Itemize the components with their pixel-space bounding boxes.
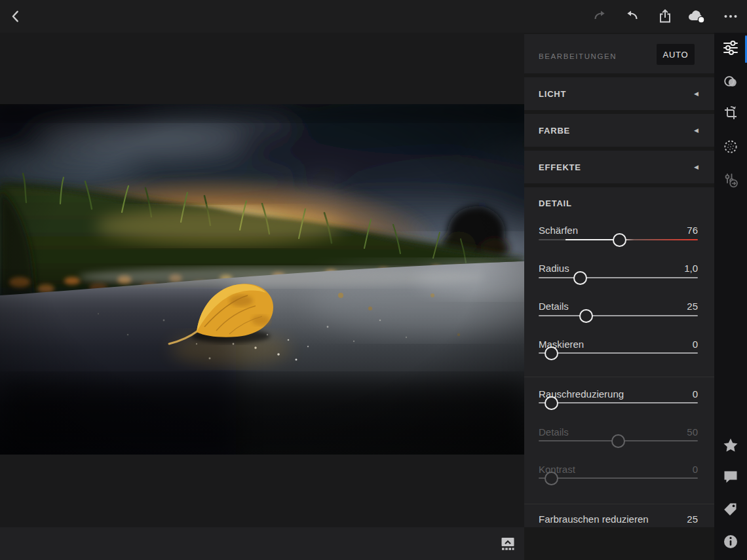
undo-icon (624, 9, 640, 24)
auto-button[interactable]: AUTO (657, 44, 695, 65)
slider-knob[interactable] (613, 233, 626, 247)
chevron-collapsed-icon: ◀ (694, 90, 699, 97)
group-divider (524, 504, 714, 504)
dashed-circle-icon (722, 138, 739, 158)
tool-rail (714, 33, 747, 560)
presets-sliders-badge-icon (722, 172, 739, 191)
slider-label: Farbrauschen reduzieren (539, 513, 649, 525)
info-circle-icon (722, 533, 739, 553)
slider-sch-rfen: Schärfen76 (539, 225, 698, 257)
section-label: FARBE (539, 126, 570, 136)
slider-maskieren: Maskieren0 (539, 339, 698, 371)
rail-profiles-button[interactable] (714, 67, 747, 98)
rail-crop-button[interactable] (714, 100, 747, 130)
section-label: EFFEKTE (539, 162, 581, 172)
slider-track[interactable] (539, 470, 698, 486)
slider-track[interactable] (539, 345, 698, 361)
slider-track[interactable] (539, 308, 698, 324)
undo-button[interactable] (618, 0, 647, 33)
section-farbe: FARBE◀ (524, 114, 714, 147)
crop-rotate-icon (722, 105, 739, 124)
slider-track[interactable] (539, 270, 698, 286)
more-options-button[interactable] (716, 0, 745, 33)
panel-header-card: BEARBEITUNGEN AUTO (524, 34, 714, 73)
section-header-detail[interactable]: DETAIL ▼ (524, 187, 744, 219)
tag-icon (722, 500, 739, 520)
top-toolbar (0, 0, 747, 33)
slider-kontrast: Kontrast0 (539, 464, 698, 496)
speech-bubble-icon (722, 468, 739, 488)
rail-keyword-button[interactable] (714, 495, 747, 525)
chevron-collapsed-icon: ◀ (694, 164, 699, 170)
filmstrip-toggle-icon (499, 535, 516, 552)
slider-track[interactable] (539, 232, 698, 248)
chevron-collapsed-icon: ◀ (694, 127, 699, 134)
profiles-circles-icon (722, 73, 739, 92)
panel-title: BEARBEITUNGEN (539, 52, 617, 60)
back-button[interactable] (1, 0, 30, 33)
section-label-detail: DETAIL (539, 198, 572, 208)
rail-info-button[interactable] (714, 528, 747, 558)
cloud-sync-button[interactable] (682, 0, 711, 33)
slider-value: 25 (687, 513, 698, 525)
section-header-effekte[interactable]: EFFEKTE◀ (524, 151, 714, 183)
rail-edit-button[interactable] (714, 34, 747, 64)
image-canvas-area (0, 33, 524, 527)
rail-comment-button[interactable] (714, 463, 747, 493)
slider-knob[interactable] (545, 396, 558, 410)
filmstrip-toggle-button[interactable] (493, 527, 522, 560)
slider-track[interactable] (539, 395, 698, 411)
section-effekte: EFFEKTE◀ (524, 151, 714, 183)
section-label: LICHT (539, 89, 566, 99)
photo-canvas[interactable] (0, 104, 524, 455)
rail-selective-button[interactable] (714, 133, 747, 163)
slider-details: Details25 (539, 301, 698, 333)
slider-track[interactable] (539, 433, 698, 449)
edit-panel: BEARBEITUNGEN AUTO LICHT◀FARBE◀EFFEKTE◀ … (524, 33, 714, 560)
slider-details: Details50 (539, 426, 698, 459)
slider-farbrauschen-reduzieren: Farbrauschen reduzieren25 (539, 513, 698, 546)
rail-rating-button[interactable] (714, 432, 747, 462)
slider-knob[interactable] (545, 346, 558, 360)
slider-knob[interactable] (545, 472, 558, 485)
ellipsis-icon (723, 9, 738, 24)
cloud-sync-icon (687, 8, 706, 25)
adjust-sliders-icon (722, 39, 739, 59)
section-licht: LICHT◀ (524, 77, 714, 110)
chevron-left-icon (9, 9, 23, 24)
share-icon (657, 9, 673, 24)
section-header-farbe[interactable]: FARBE◀ (524, 114, 714, 147)
slider-radius: Radius1,0 (539, 263, 698, 295)
slider-rauschreduzierung: Rauschreduzierung0 (539, 388, 698, 421)
slider-knob[interactable] (573, 271, 587, 285)
redo-icon (592, 9, 607, 24)
rail-presets-button[interactable] (714, 166, 747, 196)
section-detail: DETAIL ▼ Schärfen76Radius1,0Details25Mas… (524, 187, 714, 527)
share-button[interactable] (651, 0, 680, 33)
star-icon (722, 437, 739, 457)
slider-knob[interactable] (579, 309, 593, 323)
slider-knob[interactable] (611, 434, 625, 448)
section-header-licht[interactable]: LICHT◀ (524, 77, 714, 110)
lightroom-edit-screen: BEARBEITUNGEN AUTO LICHT◀FARBE◀EFFEKTE◀ … (0, 0, 747, 560)
group-divider (524, 377, 714, 377)
redo-button[interactable] (585, 0, 614, 33)
